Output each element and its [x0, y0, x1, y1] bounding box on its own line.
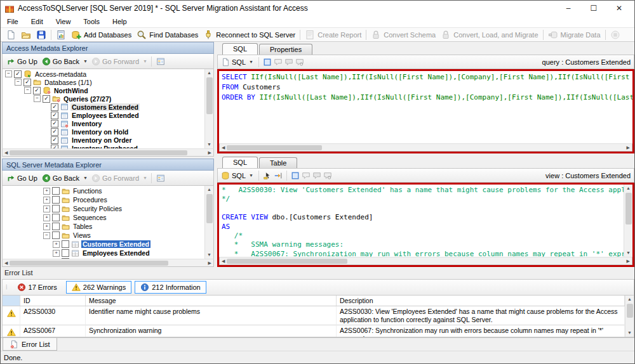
cursor-select-icon[interactable]	[263, 171, 272, 180]
filter-212-information-button[interactable]: 212 Information	[135, 281, 206, 294]
checkbox[interactable]	[52, 196, 60, 204]
maximize-button[interactable]: ☐	[589, 2, 599, 15]
checkbox[interactable]: ✓	[43, 95, 50, 103]
query-tab-sql[interactable]: SQL	[222, 43, 258, 55]
comment-bubble-last-icon[interactable]	[295, 58, 304, 67]
menu-file[interactable]: File	[1, 16, 25, 27]
tab-error-list[interactable]: Error List	[3, 338, 57, 351]
tree-item-databases-1-1[interactable]: −✓Databases (1/1)	[3, 78, 204, 86]
sql-tree-vertical-scrollbar[interactable]: ▲▼	[204, 186, 213, 259]
query-sql-code-area[interactable]: SELECT IIf(IsNull([Last Name]),IIf(IsNul…	[217, 69, 634, 153]
sql-mode-button[interactable]: SQL	[232, 58, 246, 66]
tree-item-employees-extended[interactable]: ✓Employees Extended	[3, 111, 204, 119]
query-code-horizontal-scrollbar[interactable]: ◀▶	[219, 143, 632, 152]
expand-icon[interactable]: +	[43, 188, 50, 195]
expand-icon[interactable]: +	[43, 223, 50, 230]
tree-item-access-metadata[interactable]: −✓Access-metadata	[3, 70, 204, 78]
expand-icon[interactable]: +	[43, 214, 50, 221]
tree-item-security-policies[interactable]: +Security Policies	[3, 204, 204, 213]
synchronize-view-button[interactable]	[154, 173, 167, 183]
go-back-button[interactable]: Go Back	[40, 173, 81, 183]
go-back-button[interactable]: Go Back	[40, 56, 81, 67]
collapse-icon[interactable]: −	[24, 87, 31, 94]
checkbox[interactable]: ✓	[51, 128, 58, 136]
expand-icon[interactable]: +	[43, 197, 50, 204]
new-document-button[interactable]	[3, 29, 18, 41]
comment-bubble-icon[interactable]	[274, 58, 283, 67]
checkbox[interactable]: ✓	[51, 103, 58, 111]
view-tab-table[interactable]: Table	[259, 157, 297, 168]
filter-262-warnings-button[interactable]: 262 Warnings	[66, 281, 131, 294]
error-row-a2ss0067[interactable]: A2SS0067Synchronization warningA2SS0067:…	[3, 325, 625, 337]
synchronize-view-button[interactable]	[154, 56, 167, 67]
checkbox[interactable]	[52, 205, 60, 212]
tree-item-sequences[interactable]: +Sequences	[3, 213, 204, 222]
message-column-header[interactable]: Message	[86, 296, 337, 306]
id-column-header[interactable]: ID	[20, 296, 86, 306]
chevron-down-icon[interactable]: ▼	[248, 173, 255, 178]
tree-item-tables[interactable]: +Tables	[3, 222, 204, 231]
go-up-button[interactable]: Go Up	[4, 173, 39, 183]
checkbox[interactable]: ✓	[23, 79, 31, 86]
menu-tools[interactable]: Tools	[77, 16, 106, 27]
tree-item-inventory-on-order[interactable]: ✓Inventory on Order	[3, 136, 204, 145]
tree-item-procedures[interactable]: +Procedures	[3, 195, 204, 204]
tree-item-inventory-on-hold[interactable]: ✓Inventory on Hold	[3, 128, 204, 136]
tree-item-inventory[interactable]: ✓Inventory	[3, 120, 204, 128]
add-databases-button[interactable]: Add Databases	[69, 29, 134, 41]
close-button[interactable]: ✕	[614, 2, 624, 15]
checkbox[interactable]: ✓	[51, 120, 58, 127]
go-back-button-dropdown[interactable]: ▼	[82, 59, 89, 63]
tree-item-queries-27-27[interactable]: −✓Queries (27/27)	[3, 94, 204, 103]
error-table-vertical-scrollbar[interactable]: ▲▼	[625, 296, 634, 337]
query-tab-properties[interactable]: Properties	[259, 44, 312, 55]
expand-icon[interactable]: +	[53, 250, 60, 257]
comment-bubble-last-icon[interactable]	[323, 171, 332, 180]
view-sql-code-area[interactable]: * A2SS0030: View 'Customers Extended' ha…	[217, 183, 634, 267]
severity-column-header[interactable]	[3, 296, 20, 306]
view-tab-sql[interactable]: SQL	[222, 157, 258, 168]
checkbox[interactable]	[62, 249, 69, 257]
tree-item-views[interactable]: −Views	[3, 231, 204, 240]
checkbox[interactable]: ✓	[51, 112, 58, 119]
checkbox[interactable]	[62, 240, 69, 248]
access-tree-vertical-scrollbar[interactable]: ▲▼	[204, 69, 213, 148]
collapse-icon[interactable]: −	[5, 70, 12, 77]
menu-help[interactable]: Help	[106, 16, 133, 27]
toolbar-grip[interactable]: ⁞	[6, 284, 8, 290]
save-button[interactable]	[34, 29, 49, 41]
reconnect-to-sql-server-button[interactable]: Reconnect to SQL Server	[201, 29, 298, 41]
view-code-vertical-scrollbar[interactable]: ▲▼	[624, 185, 632, 257]
report-button[interactable]	[53, 29, 69, 41]
menu-view[interactable]: View	[50, 16, 77, 27]
go-back-button-dropdown[interactable]: ▼	[82, 176, 89, 180]
go-up-button[interactable]: Go Up	[4, 56, 39, 67]
access-tree-horizontal-scrollbar[interactable]: ◀▶	[2, 148, 214, 157]
collapse-icon[interactable]: −	[43, 232, 50, 239]
comment-bubble-icon[interactable]	[302, 171, 311, 180]
checkbox[interactable]	[52, 231, 60, 239]
select-box-icon[interactable]	[291, 171, 300, 180]
minimize-button[interactable]: –	[563, 2, 573, 15]
expand-icon[interactable]: +	[43, 205, 50, 212]
checkbox[interactable]	[52, 214, 60, 221]
tree-item-employees-extended[interactable]: +Employees Extended	[3, 249, 204, 257]
tree-item-customers-extended[interactable]: +Customers Extended	[3, 240, 204, 249]
tree-item-customers-extended[interactable]: ✓Customers Extended	[3, 103, 204, 111]
checkbox[interactable]: ✓	[51, 136, 58, 144]
checkbox[interactable]: ✓	[14, 70, 22, 78]
error-row-a2ss0030[interactable]: A2SS0030Identifier name might cause prob…	[3, 306, 625, 325]
tree-item-functions[interactable]: +Functions	[3, 186, 204, 195]
collapse-icon[interactable]: −	[34, 95, 41, 102]
chevron-down-icon[interactable]: ▼	[248, 60, 255, 64]
open-folder-button[interactable]	[18, 29, 34, 41]
tree-item-northwind[interactable]: −✓NorthWind	[3, 86, 204, 94]
sync-to-target-icon[interactable]	[274, 171, 283, 180]
find-databases-button[interactable]: Find Databases	[134, 29, 201, 41]
comment-bubble-next-icon[interactable]	[284, 58, 293, 67]
view-code-horizontal-scrollbar[interactable]: ◀▶	[219, 257, 632, 265]
expand-icon[interactable]: +	[53, 241, 60, 248]
sql-tree-horizontal-scrollbar[interactable]: ◀▶	[2, 259, 214, 267]
collapse-icon[interactable]: −	[15, 79, 22, 86]
filter-17-errors-button[interactable]: 17 Errors	[11, 281, 63, 294]
